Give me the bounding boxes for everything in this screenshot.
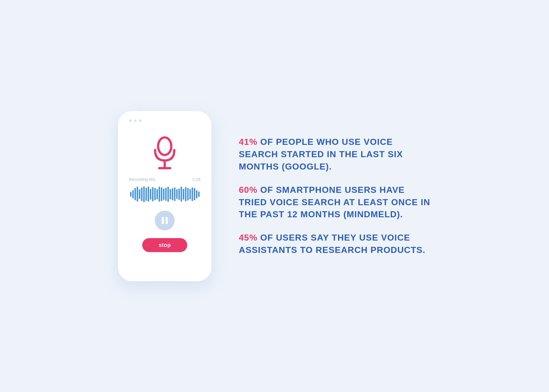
waveform-bar	[172, 188, 173, 200]
waveform-bar	[178, 188, 180, 200]
dot-3	[139, 119, 142, 122]
waveform-bar	[130, 192, 131, 197]
pause-bar-right	[166, 217, 168, 224]
stat-block-2: 60% OF SMARTPHONE USERS HAVE TRIED VOICE…	[239, 184, 431, 221]
waveform-bar	[185, 187, 186, 201]
waveform-bar	[159, 187, 160, 202]
waveform-bar	[181, 187, 182, 202]
waveform-bar	[165, 188, 167, 201]
waveform-bar	[132, 190, 134, 198]
waveform-bar	[150, 189, 151, 200]
stat-text-3: 45% OF USERS SAY THEY USE VOICE ASSISTAN…	[239, 232, 431, 256]
recording-time: 2:28	[192, 177, 200, 182]
svg-point-0	[158, 137, 171, 155]
stats-section: 41% OF PEOPLE WHO USE VOICE SEARCH START…	[239, 136, 431, 256]
waveform-bar	[176, 189, 178, 199]
pause-button[interactable]	[155, 211, 175, 230]
waveform-bar	[161, 187, 162, 201]
waveform-bar	[154, 188, 156, 200]
pause-icon	[162, 217, 168, 224]
stat-block-3: 45% OF USERS SAY THEY USE VOICE ASSISTAN…	[239, 232, 431, 256]
waveform-bar	[196, 190, 197, 198]
stat-block-1: 41% OF PEOPLE WHO USE VOICE SEARCH START…	[239, 136, 431, 173]
recording-info: Recording 001 2:28	[126, 177, 203, 182]
stat-highlight-2: 60%	[239, 185, 257, 195]
waveform-bar	[163, 188, 164, 200]
waveform-bar	[194, 188, 195, 200]
waveform-bar	[174, 187, 175, 201]
pause-bar-left	[162, 217, 164, 224]
stat-rest-3: OF USERS SAY THEY USE VOICE ASSISTANTS T…	[239, 233, 425, 255]
waveform-bar	[135, 188, 136, 200]
waveform-bar	[189, 189, 191, 199]
mic-icon-wrapper	[150, 136, 180, 171]
stat-highlight-3: 45%	[239, 233, 257, 242]
waveform-bar	[183, 189, 184, 200]
dot-2	[134, 119, 137, 122]
waveform-bar	[148, 187, 149, 202]
stat-text-2: 60% OF SMARTPHONE USERS HAVE TRIED VOICE…	[239, 184, 431, 221]
waveform	[129, 186, 201, 202]
waveform-bar	[167, 187, 169, 202]
stat-highlight-1: 41%	[239, 137, 257, 147]
waveform-bar	[145, 188, 147, 201]
waveform-bar	[152, 187, 153, 201]
mic-icon	[150, 136, 180, 171]
stat-rest-1: OF PEOPLE WHO USE VOICE SEARCH STARTED I…	[239, 137, 403, 171]
waveform-bar	[141, 187, 142, 201]
main-container: Recording 001 2:28 stop 41% OF PEOPLE WH…	[102, 95, 447, 298]
waveform-bar	[156, 189, 158, 199]
waveform-bar	[143, 186, 145, 202]
phone-mockup: Recording 001 2:28 stop	[118, 111, 211, 281]
waveform-bar	[198, 191, 200, 197]
phone-status-dots	[126, 119, 142, 122]
waveform-bar	[192, 187, 193, 201]
waveform-bar	[170, 189, 171, 199]
stat-rest-2: OF SMARTPHONE USERS HAVE TRIED VOICE SEA…	[239, 185, 430, 219]
waveform-bar	[139, 189, 140, 199]
dot-1	[129, 119, 132, 122]
stat-text-1: 41% OF PEOPLE WHO USE VOICE SEARCH START…	[239, 136, 431, 173]
recording-label: Recording 001	[129, 177, 156, 182]
waveform-bar	[137, 187, 138, 202]
waveform-bar	[187, 188, 189, 201]
stop-button[interactable]: stop	[142, 238, 187, 252]
